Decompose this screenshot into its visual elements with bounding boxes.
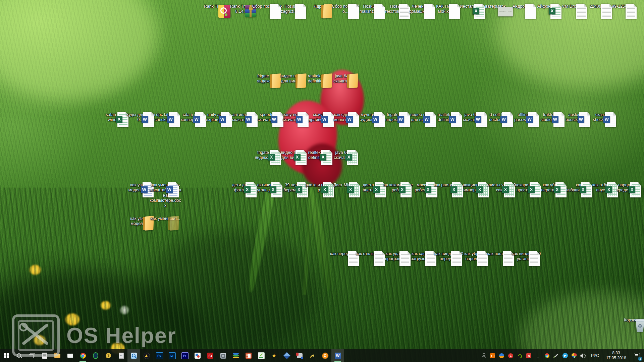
tray-telegram[interactable] [562, 352, 569, 360]
favorites-app-icon: ★ [272, 353, 276, 358]
taskbar-clock[interactable]: 8:33 17.05.2018 [603, 351, 629, 361]
pen-app-icon [553, 353, 558, 358]
start-button-icon [4, 353, 9, 358]
photoshop-icon: Ps [156, 352, 163, 359]
pinned-arrow-app[interactable] [306, 349, 319, 362]
pinned-text-app[interactable]: text [115, 349, 127, 362]
pinned-aimp-player[interactable] [140, 349, 153, 362]
ccleaner-icon: C [508, 353, 513, 358]
format-factory-icon [220, 353, 226, 359]
pinned-format-factory[interactable] [217, 349, 229, 362]
file-explorer-icon [54, 354, 60, 358]
desktop-icon[interactable]: как уменьшит... [149, 216, 181, 221]
pinned-lightroom[interactable]: Lr [166, 349, 178, 362]
lightroom-icon: Lr [169, 352, 176, 359]
recycle-bin[interactable]: ♻ Корзина [616, 317, 644, 323]
tray-ccleaner[interactable]: C [507, 352, 514, 360]
cube-app-icon [283, 352, 291, 360]
language-indicator[interactable]: РУС [589, 353, 601, 358]
rank-tracker-app-icon [131, 353, 137, 359]
desktop-icon[interactable]: X java 64 bit скачать д... [329, 149, 361, 161]
desktop: Rank Tracker Rank Tracker 8.14.rar Сбор … [0, 0, 644, 362]
taskbar-pinned-apps: $textPsLrPrFz★CW [0, 349, 344, 362]
grid-app-icon [42, 353, 47, 359]
aimp-player-icon [144, 353, 150, 359]
chrome-icon [80, 353, 86, 359]
arrow-app-icon [309, 353, 315, 359]
word-icon: W [335, 353, 341, 359]
pinned-installer-app[interactable] [293, 349, 306, 362]
pinned-c-app[interactable]: C [319, 349, 331, 362]
desktop-icon[interactable]: как виндовс 10 установ... [510, 251, 542, 262]
pinned-oval-app[interactable] [89, 349, 102, 362]
installer-app-icon [297, 353, 303, 358]
money-app-icon: $ [106, 353, 111, 358]
pinned-photo-editor[interactable] [191, 349, 204, 362]
pinned-favorites-app[interactable]: ★ [268, 349, 280, 362]
desktop-icon[interactable]: W скачать shockwa... [587, 112, 619, 123]
s-app-icon: S [526, 353, 531, 358]
photo-editor-icon [195, 353, 201, 359]
c-app-icon: C [322, 353, 328, 359]
pinned-rank-tracker-app[interactable] [127, 349, 140, 362]
filezilla-icon: Fz [207, 353, 213, 359]
display-settings-icon [535, 353, 541, 357]
pinned-cube-app[interactable] [280, 349, 293, 362]
clock-time: 8:33 [606, 351, 626, 356]
desktop-icon[interactable]: X народные средства ... [612, 182, 644, 193]
volume-icon [580, 353, 586, 358]
text-app-icon: text [119, 353, 124, 359]
java-icon [490, 353, 495, 358]
premiere-icon: Pr [181, 352, 189, 359]
tray-updown-app[interactable] [498, 352, 505, 360]
tray-volume[interactable] [580, 352, 587, 360]
tray-chrome-tray[interactable] [544, 352, 550, 360]
pinned-filezilla[interactable]: Fz [204, 349, 217, 362]
bluestacks-icon [233, 353, 239, 358]
pinned-image-editor[interactable] [255, 349, 268, 362]
pinned-bluestacks[interactable] [229, 349, 242, 362]
pinned-word[interactable]: W [331, 349, 344, 362]
tray-java[interactable] [489, 352, 496, 360]
pinned-chrome[interactable] [76, 349, 89, 362]
notification-badge: 3 [638, 357, 642, 361]
chrome-tray-icon [545, 353, 549, 358]
pinned-money-app[interactable]: $ [102, 349, 115, 362]
tray-people[interactable] [480, 352, 487, 360]
pinned-start-button[interactable] [0, 349, 13, 362]
tray-nvidia[interactable] [517, 352, 523, 360]
taskbar: $textPsLrPrFz★CW CS РУС 8:33 17.05.2018 … [0, 349, 644, 362]
action-center-button[interactable]: 3 [631, 349, 643, 362]
tray-defender[interactable] [571, 352, 578, 360]
task-view-button-icon [29, 353, 35, 358]
nvidia-icon [517, 353, 522, 358]
desktop-icon[interactable]: W как уменьшить масштаб экрана на компью… [149, 182, 181, 208]
desktop-icon[interactable]: 99-125-136. [607, 3, 639, 9]
tray-s-app[interactable]: S [526, 352, 532, 360]
pinned-file-explorer[interactable] [51, 349, 64, 362]
pinned-office-app[interactable] [242, 349, 255, 362]
telegram-icon [562, 353, 568, 358]
system-tray: CS РУС 8:33 17.05.2018 3 [480, 349, 644, 362]
defender-icon [572, 353, 577, 358]
mail-app-icon [67, 354, 73, 358]
office-app-icon [246, 353, 252, 359]
tray-icons: CS [480, 352, 587, 360]
search-button-icon [16, 353, 22, 358]
image-editor-icon [258, 352, 265, 359]
clock-date: 17.05.2018 [606, 356, 626, 361]
pinned-mail-app[interactable] [64, 349, 76, 362]
pinned-search-button[interactable] [13, 349, 25, 362]
pinned-task-view-button[interactable] [25, 349, 38, 362]
people-icon [481, 353, 486, 358]
updown-app-icon [499, 353, 504, 358]
desktop-icon[interactable]: java 64 bit скачать д... [328, 73, 361, 84]
oval-app-icon [93, 352, 98, 359]
pinned-grid-app[interactable] [38, 349, 51, 362]
pinned-photoshop[interactable]: Ps [153, 349, 166, 362]
wallpaper-grass-blades [0, 188, 644, 362]
tray-display-settings[interactable] [535, 352, 541, 360]
tray-pen-app[interactable] [553, 352, 559, 360]
pinned-premiere[interactable]: Pr [178, 349, 191, 362]
